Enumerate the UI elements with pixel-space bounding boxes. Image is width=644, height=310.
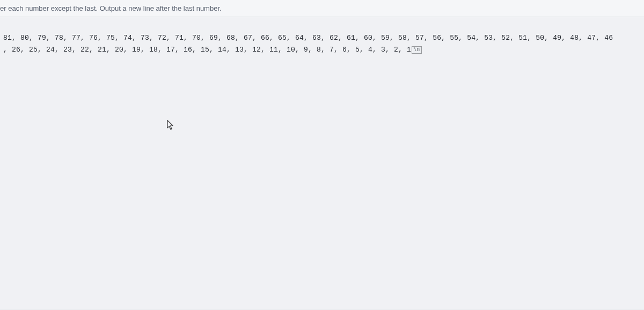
output-line-2: , 26, 25, 24, 23, 22, 21, 20, 19, 18, 17…: [3, 44, 644, 56]
output-text-1: 81, 80, 79, 78, 77, 76, 75, 74, 73, 72, …: [3, 34, 613, 42]
newline-marker: \n: [412, 46, 421, 54]
output-panel: 81, 80, 79, 78, 77, 76, 75, 74, 73, 72, …: [0, 17, 644, 309]
output-line-1: 81, 80, 79, 78, 77, 76, 75, 74, 73, 72, …: [3, 32, 644, 44]
instruction-text: er each number except the last. Output a…: [0, 4, 222, 12]
instruction-header: er each number except the last. Output a…: [0, 0, 644, 17]
output-text-2: , 26, 25, 24, 23, 22, 21, 20, 19, 18, 17…: [3, 46, 411, 54]
